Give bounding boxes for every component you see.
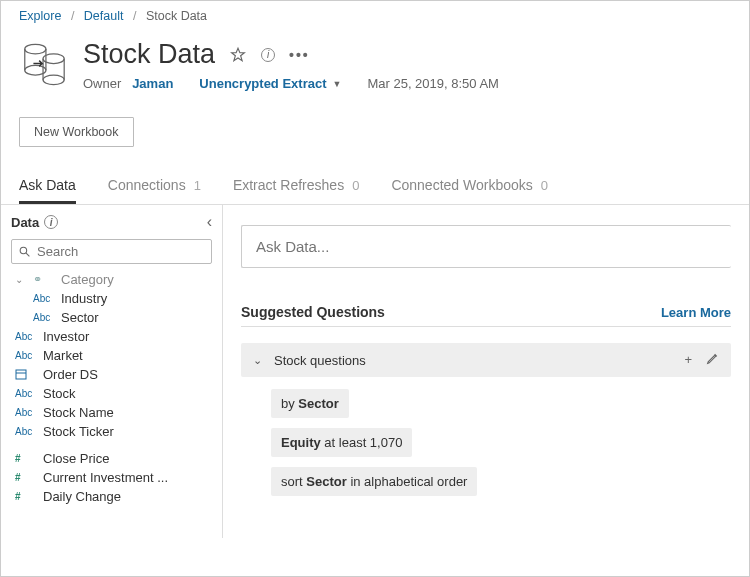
breadcrumb-project[interactable]: Default — [84, 9, 124, 23]
ask-data-content: Suggested Questions Learn More ⌄ Stock q… — [223, 205, 749, 538]
chip-bold: Sector — [298, 396, 338, 411]
field-label: Market — [43, 348, 83, 363]
tab-count: 1 — [194, 178, 201, 193]
type-abc-icon: Abc — [15, 388, 37, 399]
tab-connections[interactable]: Connections 1 — [108, 171, 201, 204]
tab-count: 0 — [541, 178, 548, 193]
field-label: Industry — [61, 291, 107, 306]
category-label: Category — [61, 272, 114, 287]
type-abc-icon: Abc — [15, 407, 37, 418]
collapse-pane-icon[interactable]: ‹ — [207, 213, 212, 231]
tab-label: Connections — [108, 177, 186, 193]
question-group-label: Stock questions — [274, 353, 366, 368]
field-item[interactable]: AbcSector — [11, 308, 212, 327]
tab-ask-data[interactable]: Ask Data — [19, 171, 76, 204]
type-number-icon: # — [15, 472, 37, 483]
extract-type-dropdown[interactable]: Unencrypted Extract ▼ — [199, 76, 341, 91]
owner-label: Owner — [83, 76, 121, 91]
owner-name[interactable]: Jaman — [132, 76, 173, 91]
tab-label: Extract Refreshes — [233, 177, 344, 193]
breadcrumb-sep: / — [71, 9, 74, 23]
field-item[interactable]: #Current Investment ... — [11, 468, 212, 487]
field-item[interactable]: Order DS — [11, 365, 212, 384]
tab-label: Connected Workbooks — [391, 177, 532, 193]
field-label: Daily Change — [43, 489, 121, 504]
type-number-icon: # — [15, 491, 37, 502]
field-label: Close Price — [43, 451, 109, 466]
dropdown-triangle-icon: ▼ — [333, 79, 342, 89]
tab-connected-workbooks[interactable]: Connected Workbooks 0 — [391, 171, 548, 204]
field-label: Order DS — [43, 367, 98, 382]
svg-point-4 — [20, 247, 27, 254]
page-title: Stock Data — [83, 39, 215, 70]
new-workbook-button[interactable]: New Workbook — [19, 117, 134, 147]
chip-bold: Sector — [306, 474, 346, 489]
question-chip[interactable]: Equity at least 1,070 — [271, 428, 412, 457]
header: Stock Data i ••• Owner Jaman Unencrypted… — [1, 31, 749, 107]
field-item[interactable]: AbcStock — [11, 384, 212, 403]
question-chip[interactable]: sort Sector in alphabetical order — [271, 467, 477, 496]
question-group-header[interactable]: ⌄ Stock questions + — [241, 343, 731, 377]
field-item[interactable]: #Daily Change — [11, 487, 212, 506]
question-chip[interactable]: by Sector — [271, 389, 349, 418]
info-icon[interactable]: i — [44, 215, 58, 229]
breadcrumb-sep: / — [133, 9, 136, 23]
main: Data i ‹ ⌄ ⚭ Category AbcIndustry AbcSec… — [1, 205, 749, 538]
search-icon — [18, 245, 31, 258]
data-pane: Data i ‹ ⌄ ⚭ Category AbcIndustry AbcSec… — [1, 205, 223, 538]
type-abc-icon: Abc — [33, 312, 55, 323]
tabs: Ask Data Connections 1 Extract Refreshes… — [1, 171, 749, 205]
svg-point-3 — [43, 75, 64, 85]
breadcrumb: Explore / Default / Stock Data — [1, 1, 749, 31]
field-list: ⌄ ⚭ Category AbcIndustry AbcSector AbcIn… — [11, 270, 212, 506]
field-category-folder[interactable]: ⌄ ⚭ Category — [11, 270, 212, 289]
chip-bold: Equity — [281, 435, 321, 450]
owner-block: Owner Jaman — [83, 76, 173, 91]
chevron-down-icon: ⌄ — [253, 354, 262, 367]
tab-count: 0 — [352, 178, 359, 193]
favorite-star-icon[interactable] — [229, 46, 247, 64]
field-item[interactable]: AbcStock Ticker — [11, 422, 212, 441]
field-label: Current Investment ... — [43, 470, 168, 485]
type-number-icon: # — [15, 453, 37, 464]
type-abc-icon: Abc — [33, 293, 55, 304]
more-actions-icon[interactable]: ••• — [289, 47, 310, 63]
svg-point-0 — [25, 44, 46, 54]
datasource-icon — [19, 41, 69, 89]
field-item[interactable]: #Close Price — [11, 449, 212, 468]
svg-line-5 — [26, 253, 29, 256]
field-label: Sector — [61, 310, 99, 325]
field-label: Stock — [43, 386, 76, 401]
learn-more-link[interactable]: Learn More — [661, 305, 731, 320]
field-item[interactable]: AbcMarket — [11, 346, 212, 365]
chip-text: by — [281, 396, 298, 411]
chip-text: sort — [281, 474, 306, 489]
chip-text: at least 1,070 — [321, 435, 403, 450]
field-item[interactable]: AbcStock Name — [11, 403, 212, 422]
ask-data-input[interactable] — [241, 225, 731, 268]
field-label: Investor — [43, 329, 89, 344]
type-abc-icon: Abc — [15, 331, 37, 342]
search-field-wrap[interactable] — [11, 239, 212, 264]
field-label: Stock Ticker — [43, 424, 114, 439]
type-abc-icon: Abc — [15, 426, 37, 437]
tree-toggle-icon[interactable]: ⌄ — [15, 274, 27, 285]
breadcrumb-explore[interactable]: Explore — [19, 9, 61, 23]
field-item[interactable]: AbcInvestor — [11, 327, 212, 346]
extract-timestamp: Mar 25, 2019, 8:50 AM — [367, 76, 499, 91]
tab-label: Ask Data — [19, 177, 76, 193]
field-label: Stock Name — [43, 405, 114, 420]
chip-text: in alphabetical order — [347, 474, 468, 489]
add-question-icon[interactable]: + — [684, 352, 692, 368]
field-item[interactable]: AbcIndustry — [11, 289, 212, 308]
type-date-icon — [15, 368, 37, 382]
svg-rect-6 — [16, 370, 26, 379]
data-pane-title: Data — [11, 215, 39, 230]
tab-extract-refreshes[interactable]: Extract Refreshes 0 — [233, 171, 360, 204]
hierarchy-icon: ⚭ — [33, 273, 55, 286]
edit-group-icon[interactable] — [706, 352, 719, 368]
info-icon[interactable]: i — [261, 48, 275, 62]
question-chips: by Sector Equity at least 1,070 sort Sec… — [241, 389, 731, 496]
search-input[interactable] — [37, 244, 205, 259]
type-abc-icon: Abc — [15, 350, 37, 361]
